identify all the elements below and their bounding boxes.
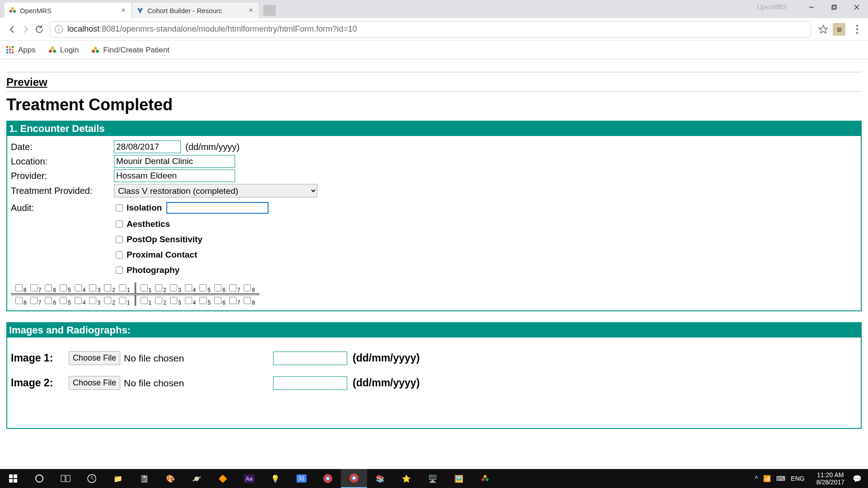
action-center-icon[interactable]: 💬 (849, 469, 865, 488)
tooth-7[interactable]: 7 (229, 284, 241, 291)
tooth-checkbox[interactable] (119, 297, 126, 304)
tooth-8[interactable]: 8 (244, 284, 255, 291)
tooth-checkbox[interactable] (155, 297, 162, 304)
tooth-2[interactable]: 2 (104, 297, 115, 304)
tooth-checkbox[interactable] (214, 297, 222, 304)
audit-postop[interactable]: PostOp Sensitivity (114, 235, 269, 244)
tooth-6[interactable]: 6 (45, 297, 56, 304)
provider-input[interactable] (114, 169, 235, 182)
find-create-patient-bookmark[interactable]: Find/Create Patient (91, 46, 169, 55)
image-date-input[interactable] (273, 352, 347, 365)
tooth-checkbox[interactable] (60, 284, 67, 291)
taskbar-app-tips-icon[interactable]: 💡 (262, 469, 288, 488)
tooth-checkbox[interactable] (141, 284, 148, 291)
tooth-checkbox[interactable] (104, 284, 111, 291)
tooth-checkbox[interactable] (155, 284, 162, 291)
tray-chevron-up-icon[interactable]: ^ (755, 475, 758, 482)
window-close-button[interactable] (845, 0, 868, 14)
login-bookmark[interactable]: Login (48, 46, 79, 55)
audit-postop-checkbox[interactable] (116, 236, 123, 243)
tooth-7[interactable]: 7 (30, 297, 42, 304)
extension-icon[interactable]: ▦ (833, 23, 845, 36)
forward-button[interactable] (19, 23, 33, 36)
tab-openmrs[interactable]: OpenMRS × (5, 3, 131, 18)
tooth-3[interactable]: 3 (89, 284, 100, 291)
audit-aesthetics-checkbox[interactable] (116, 221, 123, 228)
location-input[interactable] (114, 155, 235, 168)
tab-cohort-builder[interactable]: Cohort Builder - Resourc × (132, 3, 259, 18)
tooth-checkbox[interactable] (199, 284, 207, 291)
tooth-8[interactable]: 8 (244, 297, 255, 304)
audit-proximal[interactable]: Proximal Contact (114, 250, 269, 260)
window-maximize-button[interactable] (823, 0, 845, 14)
tooth-checkbox[interactable] (214, 284, 222, 291)
site-info-icon[interactable]: i (55, 25, 63, 33)
tooth-5[interactable]: 5 (199, 297, 211, 304)
audit-aesthetics[interactable]: Aesthetics (114, 219, 269, 229)
audit-isolation[interactable]: Isolation (114, 202, 269, 214)
taskbar-app-color-icon[interactable]: 🔶 (210, 469, 236, 488)
apps-bookmark[interactable]: Apps (6, 46, 36, 55)
tooth-checkbox[interactable] (75, 297, 82, 304)
url-input[interactable]: i localhost:8081/openmrs-standalone/modu… (50, 21, 811, 38)
tooth-8[interactable]: 8 (15, 284, 27, 291)
tooth-7[interactable]: 7 (30, 284, 42, 291)
taskbar-app-monitor-icon[interactable]: 🖥️ (420, 469, 446, 488)
tooth-checkbox[interactable] (244, 297, 251, 304)
tooth-1[interactable]: 1 (141, 297, 152, 304)
taskbar-app-star-icon[interactable]: ⭐ (393, 469, 420, 488)
tooth-2[interactable]: 2 (155, 284, 166, 291)
tooth-5[interactable]: 5 (60, 284, 71, 291)
date-input[interactable] (114, 141, 181, 153)
taskbar-app-notepad-icon[interactable]: 📓 (131, 469, 157, 488)
tooth-checkbox[interactable] (185, 297, 192, 304)
tooth-2[interactable]: 2 (104, 284, 115, 291)
taskbar-app-photos-icon[interactable]: 🖼️ (446, 469, 472, 488)
tooth-checkbox[interactable] (229, 284, 236, 291)
bookmark-star-icon[interactable] (818, 24, 828, 34)
taskbar-app-ae-icon[interactable]: Ae (236, 469, 262, 488)
choose-file-button[interactable]: Choose File (69, 376, 120, 390)
task-view-button[interactable] (52, 469, 79, 488)
audit-photography-checkbox[interactable] (116, 267, 123, 274)
taskbar-clock[interactable]: 11:20 AM 8/28/2017 (816, 471, 844, 486)
tooth-6[interactable]: 6 (214, 297, 226, 304)
tooth-5[interactable]: 5 (199, 284, 211, 291)
taskbar-app-books-icon[interactable]: 📚 (367, 469, 393, 488)
tooth-2[interactable]: 2 (155, 297, 166, 304)
treatment-select[interactable]: Class V restoration (completed) (114, 184, 317, 197)
tray-language-indicator[interactable]: ENG (791, 475, 804, 482)
new-tab-button[interactable] (263, 5, 276, 16)
tooth-8[interactable]: 8 (15, 297, 27, 304)
reload-button[interactable] (33, 23, 46, 36)
tooth-checkbox[interactable] (170, 297, 177, 304)
tooth-1[interactable]: 1 (119, 284, 130, 291)
tooth-1[interactable]: 1 (141, 284, 152, 291)
isolation-text-input[interactable] (166, 202, 269, 214)
tooth-checkbox[interactable] (89, 284, 96, 291)
chrome-menu-icon[interactable] (852, 24, 863, 35)
taskbar-app-paint-icon[interactable]: 🎨 (157, 469, 184, 488)
tooth-checkbox[interactable] (60, 297, 67, 304)
tooth-checkbox[interactable] (170, 284, 177, 291)
cortana-button[interactable] (26, 469, 52, 488)
tooth-checkbox[interactable] (45, 297, 52, 304)
tray-wifi-icon[interactable]: 📶 (763, 475, 771, 482)
start-button[interactable] (0, 469, 26, 488)
tooth-6[interactable]: 6 (45, 284, 56, 291)
audit-isolation-checkbox[interactable] (116, 204, 123, 211)
tooth-checkbox[interactable] (199, 297, 207, 304)
tab-close-icon[interactable]: × (120, 7, 127, 14)
taskbar-app-openmrs-icon[interactable] (472, 469, 498, 488)
audit-photography[interactable]: Photography (114, 265, 269, 275)
tooth-7[interactable]: 7 (229, 297, 241, 304)
tooth-checkbox[interactable] (30, 297, 38, 304)
tooth-5[interactable]: 5 (60, 297, 71, 304)
tooth-3[interactable]: 3 (89, 297, 100, 304)
tab-close-icon[interactable]: × (248, 7, 254, 14)
tooth-checkbox[interactable] (104, 297, 111, 304)
taskbar-app-explorer-icon[interactable]: 📁 (105, 469, 131, 488)
taskbar-app-generic-icon[interactable]: 🪐 (184, 469, 210, 488)
taskbar-app-chrome-icon[interactable] (315, 469, 341, 488)
tooth-checkbox[interactable] (185, 284, 192, 291)
